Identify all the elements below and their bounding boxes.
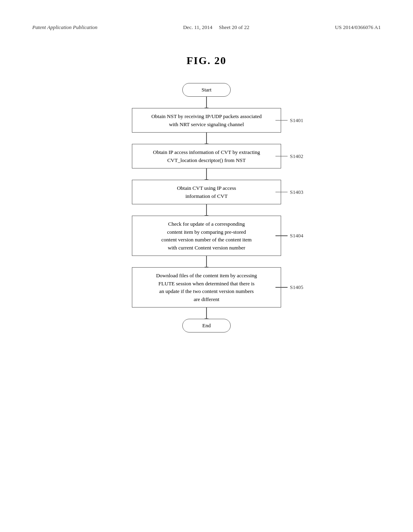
arrow-1 (206, 97, 207, 108)
step-s1401-id: S1401 (290, 117, 303, 124)
start-label: Start (202, 87, 212, 93)
step-s1402-text: Obtain IP access information of CVT by e… (153, 148, 260, 164)
step-s1404-text: Check for update of a correspondingconte… (161, 220, 252, 251)
step-s1405-node: Download files of the content item by ac… (32, 267, 381, 308)
step-s1403-text: Obtain CVT using IP accessinformation of… (177, 184, 236, 200)
label-line-s1402 (275, 156, 288, 157)
step-s1405-text: Download files of the content item by ac… (156, 272, 257, 303)
step-s1402-id: S1402 (290, 153, 303, 160)
step-s1404-node: Check for update of a correspondingconte… (32, 216, 381, 256)
arrow-3 (206, 168, 207, 180)
end-oval: End (182, 319, 231, 332)
step-s1402-label: S1402 (275, 153, 303, 160)
header-publication-label: Patent Application Publication (32, 24, 98, 31)
start-oval: Start (182, 83, 231, 97)
label-line-s1403 (275, 192, 288, 193)
end-node: End (32, 319, 381, 332)
step-s1404-box: Check for update of a correspondingconte… (132, 216, 281, 256)
arrow-5 (206, 256, 207, 267)
step-s1401-text: Obtain NST by receiving IP/UDP packets a… (151, 112, 262, 128)
step-s1402-box: Obtain IP access information of CVT by e… (132, 144, 281, 168)
step-s1403-node: Obtain CVT using IP accessinformation of… (32, 180, 381, 204)
label-line-s1404 (275, 235, 288, 236)
step-s1402-node: Obtain IP access information of CVT by e… (32, 144, 381, 168)
start-node: Start (32, 83, 381, 97)
step-s1404-label: S1404 (275, 233, 303, 239)
step-s1405-id: S1405 (290, 284, 303, 291)
arrow-2 (206, 133, 207, 144)
step-s1403-box: Obtain CVT using IP accessinformation of… (132, 180, 281, 204)
step-s1403-id: S1403 (290, 189, 303, 195)
label-line-s1401 (275, 120, 288, 121)
arrow-4 (206, 204, 207, 216)
header-patent-number: US 2014/0366076 A1 (335, 24, 381, 31)
figure-title: FIG. 20 (32, 55, 381, 67)
step-s1401-box: Obtain NST by receiving IP/UDP packets a… (132, 108, 281, 133)
step-s1401-node: Obtain NST by receiving IP/UDP packets a… (32, 108, 381, 133)
step-s1405-label: S1405 (275, 284, 303, 291)
patent-page: Patent Application Publication Dec. 11, … (0, 0, 413, 532)
end-label: End (202, 322, 211, 329)
step-s1403-label: S1403 (275, 189, 303, 195)
step-s1405-box: Download files of the content item by ac… (132, 267, 281, 308)
label-line-s1405 (275, 287, 288, 288)
step-s1404-id: S1404 (290, 233, 303, 239)
header-date: Dec. 11, 2014 (183, 24, 212, 30)
step-s1401-label: S1401 (275, 117, 303, 124)
header-date-sheet: Dec. 11, 2014 Sheet 20 of 22 (183, 24, 249, 31)
page-header: Patent Application Publication Dec. 11, … (32, 24, 381, 31)
flowchart: Start Obtain NST by receiving IP/UDP pac… (32, 83, 381, 332)
arrow-6 (206, 308, 207, 319)
header-sheet: Sheet 20 of 22 (219, 24, 249, 30)
